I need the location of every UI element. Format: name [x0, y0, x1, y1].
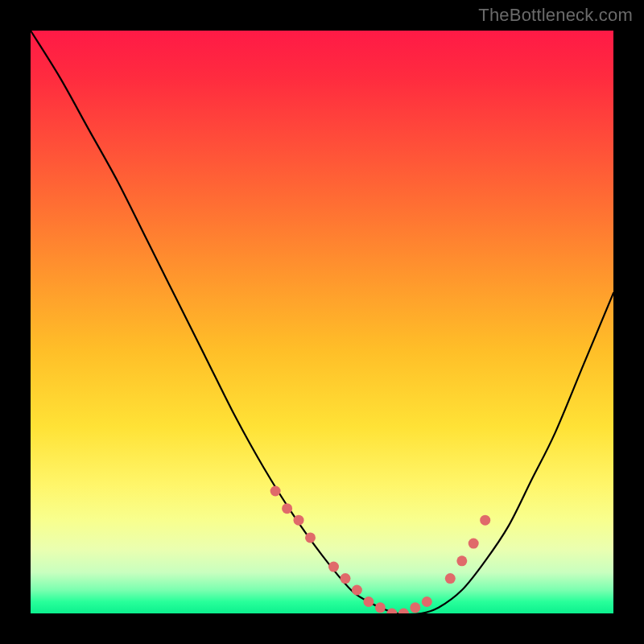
data-marker	[456, 555, 467, 566]
data-marker	[445, 573, 456, 584]
data-marker	[328, 562, 339, 572]
data-marker	[469, 539, 479, 549]
chart-frame: TheBottleneck.com	[0, 0, 644, 644]
data-marker	[398, 609, 409, 614]
data-marker	[375, 602, 386, 613]
curve-path	[31, 31, 613, 613]
data-marker	[410, 602, 420, 613]
data-marker	[282, 503, 292, 514]
data-marker	[480, 515, 490, 526]
bottleneck-curve	[31, 31, 613, 613]
watermark-text: TheBottleneck.com	[478, 5, 633, 26]
data-marker	[386, 609, 397, 614]
data-marker	[422, 597, 432, 607]
data-marker	[352, 585, 362, 596]
data-marker	[270, 486, 281, 497]
data-marker	[341, 573, 351, 584]
data-marker	[363, 597, 374, 607]
data-marker	[294, 515, 304, 526]
plot-area	[31, 31, 613, 613]
data-marker	[305, 532, 316, 543]
